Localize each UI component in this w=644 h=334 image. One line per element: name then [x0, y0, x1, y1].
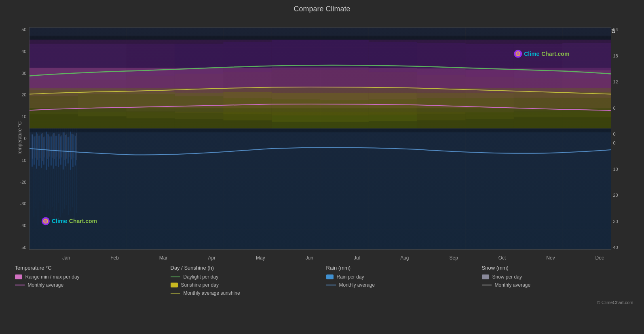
chart-area: Clime Chart.com Clime Chart.com: [29, 27, 611, 250]
y-left--10: -10: [20, 158, 27, 163]
legend-rain-per-day: Rain per day: [326, 274, 474, 280]
svg-rect-114: [53, 133, 54, 169]
legend-sunshine: Day / Sunshine (h) Daylight per day Suns…: [167, 265, 322, 298]
svg-rect-106: [33, 136, 34, 165]
legend-snow-title: Snow (mm): [482, 265, 629, 271]
y-left--50: -50: [20, 245, 27, 250]
x-label-oct: Oct: [498, 255, 506, 261]
svg-rect-122: [72, 134, 73, 167]
svg-rect-138: [66, 134, 67, 159]
svg-rect-120: [67, 137, 68, 164]
legend-rain: Rain (mm) Rain per day Monthly average: [322, 265, 478, 298]
x-label-jan: Jan: [62, 255, 70, 261]
x-label-aug: Aug: [400, 255, 409, 261]
y-left-50: 50: [21, 27, 26, 32]
avg-sunshine-line: [171, 293, 180, 294]
avg-snow-label: Monthly average: [495, 282, 531, 288]
svg-rect-130: [46, 134, 47, 159]
svg-rect-140: [71, 134, 72, 160]
svg-rect-133: [54, 133, 55, 159]
x-axis: Jan Feb Mar Apr May Jun Jul Aug Sep Oct …: [42, 255, 624, 261]
svg-rect-113: [50, 136, 51, 166]
svg-rect-119: [65, 135, 66, 166]
y-right-40: 40: [613, 245, 618, 250]
y-left-10: 10: [21, 114, 26, 119]
snow-swatch: [482, 274, 489, 279]
legend-sunshine-swatch: Sunshine per day: [171, 282, 318, 288]
chart-wrapper: Temperature °C 50 40 30 20 10 0 -10 -20 …: [7, 15, 638, 254]
y-left-0: 0: [24, 136, 26, 141]
y-left--20: -20: [20, 180, 27, 185]
y-left-label-wrapper: Temperature °C: [17, 121, 23, 155]
svg-rect-127: [39, 135, 40, 158]
svg-rect-104: [30, 36, 611, 132]
copyright: © ClimeChart.com: [11, 300, 633, 305]
svg-rect-136: [61, 135, 62, 157]
legend-temperature-title: Temperature °C: [15, 265, 163, 271]
y-right-24: 24: [613, 27, 618, 32]
x-label-jun: Jun: [306, 255, 313, 261]
y-left-30: 30: [21, 71, 26, 76]
svg-rect-128: [42, 133, 42, 161]
y-left-40: 40: [21, 49, 26, 54]
svg-rect-134: [56, 136, 57, 157]
y-left--30: -30: [20, 201, 27, 206]
x-label-jul: Jul: [354, 255, 360, 261]
x-label-dec: Dec: [595, 255, 604, 261]
legend-range-min-max: Range min / max per day: [15, 274, 163, 280]
svg-rect-124: [32, 134, 33, 159]
chart-svg: Clime Chart.com Clime Chart.com: [30, 28, 611, 249]
rain-per-day-label: Rain per day: [337, 274, 364, 280]
y-left-20: 20: [21, 92, 26, 97]
sunshine-swatch-label: Sunshine per day: [181, 282, 219, 288]
daylight-line: [171, 277, 180, 277]
legend-monthly-avg-rain: Monthly average: [326, 282, 474, 288]
y-right-0-top: 0: [613, 132, 616, 136]
avg-temp-line: [15, 285, 25, 285]
avg-snow-line: [482, 285, 492, 285]
svg-text:Clime: Clime: [51, 218, 67, 224]
rain-swatch: [326, 274, 334, 279]
avg-sunshine-label: Monthly average sunshine: [184, 290, 240, 296]
legend-daylight: Daylight per day: [171, 274, 318, 280]
x-label-apr: Apr: [208, 255, 215, 261]
y-right-6: 6: [613, 106, 616, 111]
svg-rect-111: [45, 132, 46, 170]
daylight-label: Daylight per day: [184, 274, 219, 280]
svg-text:Clime: Clime: [524, 51, 539, 57]
avg-temp-label: Monthly average: [28, 282, 64, 288]
svg-point-150: [516, 52, 519, 55]
y-right-18: 18: [613, 53, 618, 58]
x-label-nov: Nov: [546, 255, 555, 261]
svg-rect-131: [49, 136, 50, 157]
y-right-30: 30: [613, 219, 618, 224]
chart-title: Compare Climate: [293, 5, 350, 13]
legend-container: Temperature °C Range min / max per day M…: [11, 265, 633, 298]
y-right-0-bot: 0: [613, 140, 616, 145]
x-label-may: May: [256, 255, 265, 261]
x-label-mar: Mar: [159, 255, 168, 261]
legend-snow-per-day: Snow per day: [482, 274, 629, 280]
svg-rect-107: [36, 132, 37, 169]
y-right-20: 20: [613, 193, 618, 198]
legend-temperature: Temperature °C Range min / max per day M…: [11, 265, 167, 298]
svg-point-145: [44, 219, 47, 223]
svg-rect-141: [73, 135, 74, 158]
range-label: Range min / max per day: [25, 274, 80, 280]
svg-rect-110: [43, 137, 44, 165]
y-right-10: 10: [613, 167, 618, 172]
y-right-12: 12: [613, 79, 618, 84]
svg-rect-121: [70, 132, 71, 170]
x-label-feb: Feb: [110, 255, 119, 261]
svg-rect-123: [74, 136, 76, 166]
svg-rect-132: [51, 134, 52, 158]
avg-rain-line: [326, 285, 336, 285]
svg-rect-142: [76, 133, 76, 160]
svg-rect-109: [40, 134, 42, 168]
snow-per-day-label: Snow per day: [492, 274, 522, 280]
page-container: Compare Climate Cordova Cordova Temperat…: [0, 0, 644, 334]
x-label-sep: Sep: [449, 255, 458, 261]
legend-avg-sunshine: Monthly average sunshine: [171, 290, 318, 296]
svg-rect-129: [44, 136, 45, 157]
sunshine-swatch: [171, 283, 178, 287]
